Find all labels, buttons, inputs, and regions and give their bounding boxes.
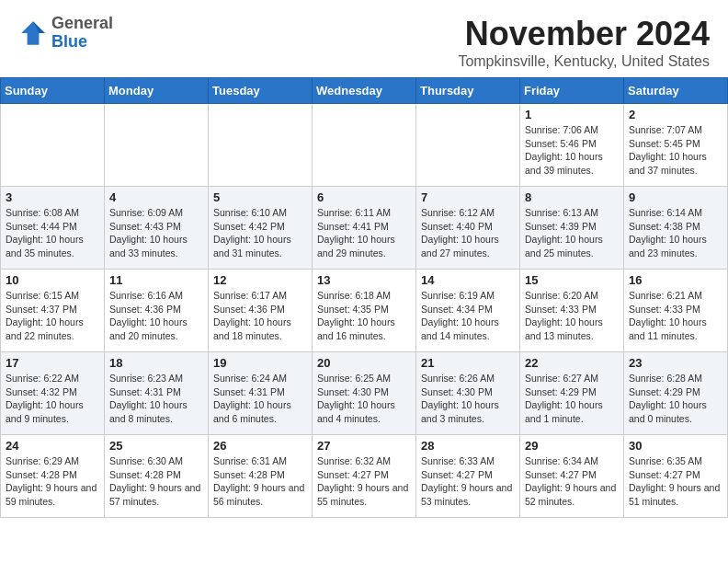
day-number: 28 xyxy=(421,439,515,453)
calendar-cell: 12Sunrise: 6:17 AM Sunset: 4:36 PM Dayli… xyxy=(209,270,313,352)
calendar-cell: 30Sunrise: 6:35 AM Sunset: 4:27 PM Dayli… xyxy=(624,435,728,518)
page-header: General Blue November 2024 Tompkinsville… xyxy=(0,0,728,77)
cell-text: Sunrise: 6:30 AM Sunset: 4:28 PM Dayligh… xyxy=(109,454,203,509)
logo-text: General Blue xyxy=(51,15,113,52)
day-number: 2 xyxy=(629,108,722,121)
month-title: November 2024 xyxy=(458,15,710,53)
calendar-header-thursday: Thursday xyxy=(416,78,520,104)
calendar-cell xyxy=(105,104,209,187)
cell-text: Sunrise: 6:15 AM Sunset: 4:37 PM Dayligh… xyxy=(6,289,99,343)
calendar-cell: 24Sunrise: 6:29 AM Sunset: 4:28 PM Dayli… xyxy=(1,435,105,518)
calendar-cell: 6Sunrise: 6:11 AM Sunset: 4:41 PM Daylig… xyxy=(313,187,416,270)
logo-icon xyxy=(18,18,48,48)
day-number: 10 xyxy=(6,273,99,287)
cell-text: Sunrise: 6:17 AM Sunset: 4:36 PM Dayligh… xyxy=(213,289,307,343)
calendar-cell: 22Sunrise: 6:27 AM Sunset: 4:29 PM Dayli… xyxy=(520,352,624,435)
calendar-cell: 2Sunrise: 7:07 AM Sunset: 5:45 PM Daylig… xyxy=(624,104,728,187)
calendar-cell: 13Sunrise: 6:18 AM Sunset: 4:35 PM Dayli… xyxy=(313,270,416,352)
calendar-cell: 10Sunrise: 6:15 AM Sunset: 4:37 PM Dayli… xyxy=(1,270,105,352)
cell-text: Sunrise: 6:21 AM Sunset: 4:33 PM Dayligh… xyxy=(629,289,722,343)
day-number: 7 xyxy=(421,190,515,204)
day-number: 19 xyxy=(213,356,307,370)
calendar-cell: 17Sunrise: 6:22 AM Sunset: 4:32 PM Dayli… xyxy=(1,352,105,435)
day-number: 24 xyxy=(6,439,99,453)
cell-text: Sunrise: 6:23 AM Sunset: 4:31 PM Dayligh… xyxy=(109,372,203,426)
cell-text: Sunrise: 6:27 AM Sunset: 4:29 PM Dayligh… xyxy=(525,372,619,426)
calendar-week-4: 17Sunrise: 6:22 AM Sunset: 4:32 PM Dayli… xyxy=(1,352,728,435)
day-number: 15 xyxy=(525,273,619,287)
day-number: 13 xyxy=(317,273,411,287)
calendar-week-3: 10Sunrise: 6:15 AM Sunset: 4:37 PM Dayli… xyxy=(1,270,728,352)
calendar-cell: 20Sunrise: 6:25 AM Sunset: 4:30 PM Dayli… xyxy=(313,352,416,435)
day-number: 4 xyxy=(109,190,203,204)
title-block: November 2024 Tompkinsville, Kentucky, U… xyxy=(458,15,710,70)
day-number: 18 xyxy=(109,356,203,370)
day-number: 23 xyxy=(629,356,722,370)
day-number: 5 xyxy=(213,190,307,204)
calendar-cell xyxy=(416,104,520,187)
location-title: Tompkinsville, Kentucky, United States xyxy=(458,53,710,70)
day-number: 14 xyxy=(421,273,515,287)
calendar-table: SundayMondayTuesdayWednesdayThursdayFrid… xyxy=(0,77,728,518)
cell-text: Sunrise: 6:10 AM Sunset: 4:42 PM Dayligh… xyxy=(213,206,307,260)
cell-text: Sunrise: 6:28 AM Sunset: 4:29 PM Dayligh… xyxy=(629,372,722,426)
calendar-cell: 11Sunrise: 6:16 AM Sunset: 4:36 PM Dayli… xyxy=(105,270,209,352)
day-number: 29 xyxy=(525,439,619,453)
calendar-cell xyxy=(313,104,416,187)
cell-text: Sunrise: 6:35 AM Sunset: 4:27 PM Dayligh… xyxy=(629,454,722,509)
cell-text: Sunrise: 6:32 AM Sunset: 4:27 PM Dayligh… xyxy=(317,454,411,509)
calendar-header-tuesday: Tuesday xyxy=(209,78,313,104)
calendar-cell: 26Sunrise: 6:31 AM Sunset: 4:28 PM Dayli… xyxy=(209,435,313,518)
calendar-cell: 25Sunrise: 6:30 AM Sunset: 4:28 PM Dayli… xyxy=(105,435,209,518)
calendar-cell: 5Sunrise: 6:10 AM Sunset: 4:42 PM Daylig… xyxy=(209,187,313,270)
calendar-cell: 27Sunrise: 6:32 AM Sunset: 4:27 PM Dayli… xyxy=(313,435,416,518)
calendar-week-2: 3Sunrise: 6:08 AM Sunset: 4:44 PM Daylig… xyxy=(1,187,728,270)
calendar-cell xyxy=(209,104,313,187)
calendar-header-saturday: Saturday xyxy=(624,78,728,104)
calendar-header-friday: Friday xyxy=(520,78,624,104)
cell-text: Sunrise: 6:26 AM Sunset: 4:30 PM Dayligh… xyxy=(421,372,515,426)
calendar-cell: 3Sunrise: 6:08 AM Sunset: 4:44 PM Daylig… xyxy=(1,187,105,270)
day-number: 17 xyxy=(6,356,99,370)
cell-text: Sunrise: 6:09 AM Sunset: 4:43 PM Dayligh… xyxy=(109,206,203,260)
day-number: 16 xyxy=(629,273,722,287)
calendar-cell: 28Sunrise: 6:33 AM Sunset: 4:27 PM Dayli… xyxy=(416,435,520,518)
day-number: 8 xyxy=(525,190,619,204)
cell-text: Sunrise: 6:14 AM Sunset: 4:38 PM Dayligh… xyxy=(629,206,722,260)
cell-text: Sunrise: 6:31 AM Sunset: 4:28 PM Dayligh… xyxy=(213,454,307,509)
cell-text: Sunrise: 6:24 AM Sunset: 4:31 PM Dayligh… xyxy=(213,372,307,426)
cell-text: Sunrise: 6:29 AM Sunset: 4:28 PM Dayligh… xyxy=(6,454,99,509)
cell-text: Sunrise: 6:25 AM Sunset: 4:30 PM Dayligh… xyxy=(317,372,411,426)
day-number: 20 xyxy=(317,356,411,370)
cell-text: Sunrise: 6:33 AM Sunset: 4:27 PM Dayligh… xyxy=(421,454,515,509)
day-number: 11 xyxy=(109,273,203,287)
cell-text: Sunrise: 6:16 AM Sunset: 4:36 PM Dayligh… xyxy=(109,289,203,343)
day-number: 25 xyxy=(109,439,203,453)
cell-text: Sunrise: 7:06 AM Sunset: 5:46 PM Dayligh… xyxy=(525,123,619,178)
cell-text: Sunrise: 6:11 AM Sunset: 4:41 PM Dayligh… xyxy=(317,206,411,260)
day-number: 3 xyxy=(6,190,99,204)
calendar-cell: 19Sunrise: 6:24 AM Sunset: 4:31 PM Dayli… xyxy=(209,352,313,435)
cell-text: Sunrise: 6:22 AM Sunset: 4:32 PM Dayligh… xyxy=(6,372,99,426)
cell-text: Sunrise: 6:19 AM Sunset: 4:34 PM Dayligh… xyxy=(421,289,515,343)
calendar-cell: 1Sunrise: 7:06 AM Sunset: 5:46 PM Daylig… xyxy=(520,104,624,187)
calendar-cell: 23Sunrise: 6:28 AM Sunset: 4:29 PM Dayli… xyxy=(624,352,728,435)
calendar-header-sunday: Sunday xyxy=(1,78,105,104)
calendar-cell: 8Sunrise: 6:13 AM Sunset: 4:39 PM Daylig… xyxy=(520,187,624,270)
calendar-cell: 14Sunrise: 6:19 AM Sunset: 4:34 PM Dayli… xyxy=(416,270,520,352)
calendar-header-row: SundayMondayTuesdayWednesdayThursdayFrid… xyxy=(1,78,728,104)
cell-text: Sunrise: 6:20 AM Sunset: 4:33 PM Dayligh… xyxy=(525,289,619,343)
calendar-cell: 21Sunrise: 6:26 AM Sunset: 4:30 PM Dayli… xyxy=(416,352,520,435)
cell-text: Sunrise: 6:18 AM Sunset: 4:35 PM Dayligh… xyxy=(317,289,411,343)
logo: General Blue xyxy=(18,15,113,52)
cell-text: Sunrise: 7:07 AM Sunset: 5:45 PM Dayligh… xyxy=(629,123,722,178)
calendar-cell: 16Sunrise: 6:21 AM Sunset: 4:33 PM Dayli… xyxy=(624,270,728,352)
calendar-cell: 15Sunrise: 6:20 AM Sunset: 4:33 PM Dayli… xyxy=(520,270,624,352)
day-number: 27 xyxy=(317,439,411,453)
calendar-cell: 29Sunrise: 6:34 AM Sunset: 4:27 PM Dayli… xyxy=(520,435,624,518)
cell-text: Sunrise: 6:34 AM Sunset: 4:27 PM Dayligh… xyxy=(525,454,619,509)
calendar-cell: 18Sunrise: 6:23 AM Sunset: 4:31 PM Dayli… xyxy=(105,352,209,435)
day-number: 26 xyxy=(213,439,307,453)
cell-text: Sunrise: 6:08 AM Sunset: 4:44 PM Dayligh… xyxy=(6,206,99,260)
day-number: 22 xyxy=(525,356,619,370)
